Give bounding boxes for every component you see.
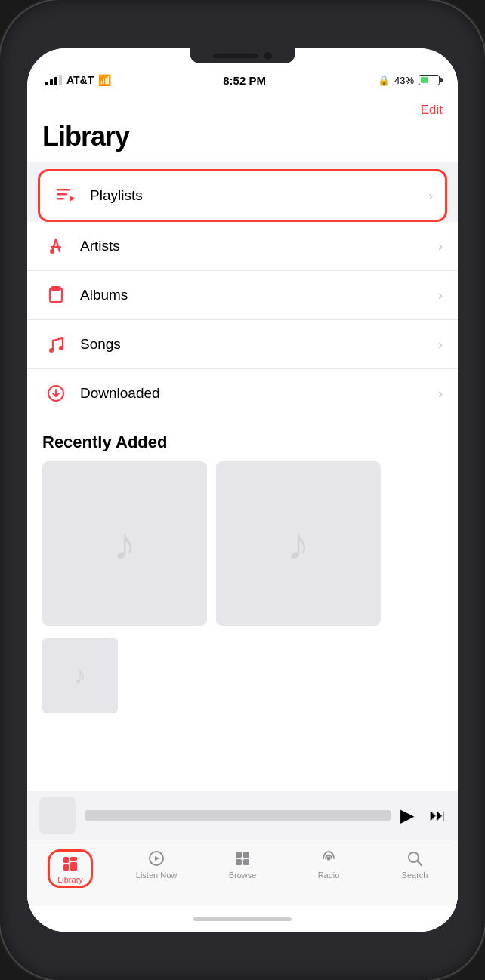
status-left: AT&T 📶 (45, 74, 111, 86)
download-icon (42, 380, 70, 407)
battery-indicator (419, 75, 440, 85)
battery-percent: 43% (394, 75, 414, 86)
clock: 8:52 PM (223, 74, 266, 87)
albums-icon (42, 282, 70, 309)
nav-item-downloaded[interactable]: Downloaded › (27, 369, 458, 418)
nav-item-artists[interactable]: Artists › (27, 222, 458, 271)
library-tab-icon (61, 855, 79, 873)
signal-bar-2 (50, 79, 53, 85)
radio-tab-icon (320, 849, 338, 868)
battery-body (419, 75, 440, 85)
nav-list: Artists › Albums › (27, 222, 458, 418)
notch-area (27, 48, 458, 63)
svg-marker-15 (155, 856, 159, 861)
signal-bar-3 (54, 77, 57, 85)
signal-bar-4 (59, 75, 62, 85)
albums-label: Albums (80, 287, 438, 304)
search-tab-icon (406, 849, 424, 868)
mini-player-track-info (85, 810, 391, 821)
status-right: 🔒 43% (378, 75, 440, 86)
svg-rect-17 (243, 852, 249, 858)
svg-point-20 (327, 857, 331, 861)
tab-radio[interactable]: Radio (286, 846, 372, 883)
svg-point-7 (49, 348, 54, 353)
tab-bar: Library Listen Now (27, 840, 458, 906)
songs-chevron: › (438, 337, 443, 353)
svg-rect-16 (236, 852, 242, 858)
browse-tab-icon (233, 849, 252, 868)
nav-item-albums[interactable]: Albums › (27, 271, 458, 320)
albums-grid (27, 461, 458, 638)
main-content: Edit Library Playlists › (27, 97, 458, 932)
tab-browse[interactable]: Browse (199, 846, 286, 883)
play-button[interactable]: ▶ (400, 805, 414, 826)
svg-point-3 (50, 249, 54, 254)
albums-bottom-row (27, 638, 458, 720)
battery-fill (421, 77, 428, 83)
wifi-icon: 📶 (98, 74, 111, 86)
signal-bar-1 (45, 82, 48, 85)
library-tab-label: Library (57, 875, 83, 884)
lock-icon: 🔒 (378, 75, 390, 86)
svg-line-22 (418, 861, 422, 866)
carrier-label: AT&T (66, 74, 94, 86)
svg-rect-2 (57, 198, 64, 200)
artists-icon (42, 233, 70, 260)
home-indicator (193, 917, 292, 921)
listen-now-tab-icon (147, 849, 165, 868)
page-title: Library (42, 121, 443, 153)
svg-rect-19 (243, 859, 249, 865)
phone-screen: AT&T 📶 8:52 PM 🔒 43% Edit L (27, 48, 458, 932)
signal-bars (45, 75, 62, 85)
status-bar: AT&T 📶 8:52 PM 🔒 43% (27, 63, 458, 97)
svg-rect-10 (63, 857, 69, 863)
recently-added-title: Recently Added (27, 418, 458, 461)
header-top: Edit (42, 103, 443, 118)
album-card-2[interactable] (216, 461, 381, 626)
notch (190, 48, 295, 63)
nav-item-playlists[interactable]: Playlists › (38, 169, 447, 222)
artists-label: Artists (80, 238, 438, 254)
library-header: Edit Library (27, 97, 458, 162)
radio-tab-label: Radio (318, 871, 340, 880)
svg-point-8 (59, 346, 63, 350)
browse-tab-label: Browse (229, 871, 257, 880)
mini-player-controls: ▶ ⏭ (400, 805, 446, 826)
artists-chevron: › (438, 239, 443, 254)
svg-rect-0 (57, 189, 70, 191)
svg-rect-11 (70, 857, 77, 861)
mini-player-album-art (39, 797, 76, 834)
svg-rect-18 (236, 859, 242, 865)
nav-item-songs[interactable]: Songs › (27, 320, 458, 369)
downloaded-chevron: › (438, 386, 443, 402)
songs-icon (42, 331, 70, 358)
songs-label: Songs (80, 336, 438, 353)
listen-now-tab-label: Listen Now (136, 871, 177, 880)
speaker (213, 54, 258, 58)
home-indicator-area (27, 906, 458, 932)
tab-search[interactable]: Search (372, 846, 458, 883)
tab-library[interactable]: Library (27, 846, 113, 891)
search-tab-label: Search (402, 871, 428, 880)
playlists-chevron: › (428, 188, 433, 204)
camera-dot (264, 52, 272, 60)
phone-frame: AT&T 📶 8:52 PM 🔒 43% Edit L (0, 0, 485, 980)
svg-rect-1 (57, 193, 67, 196)
edit-button[interactable]: Edit (421, 103, 443, 118)
svg-rect-12 (63, 864, 69, 871)
downloaded-label: Downloaded (80, 385, 438, 402)
album-card-1[interactable] (42, 461, 207, 626)
playlists-label: Playlists (90, 187, 428, 204)
albums-chevron: › (438, 288, 443, 304)
playlist-icon (52, 182, 79, 209)
tab-listen-now[interactable]: Listen Now (113, 846, 199, 883)
mini-player[interactable]: ▶ ⏭ (27, 791, 458, 840)
recently-added-section: Recently Added (27, 418, 458, 791)
fast-forward-button[interactable]: ⏭ (429, 806, 446, 825)
svg-rect-13 (70, 862, 77, 871)
album-card-3[interactable] (42, 638, 118, 713)
library-tab-highlight: Library (48, 849, 93, 888)
